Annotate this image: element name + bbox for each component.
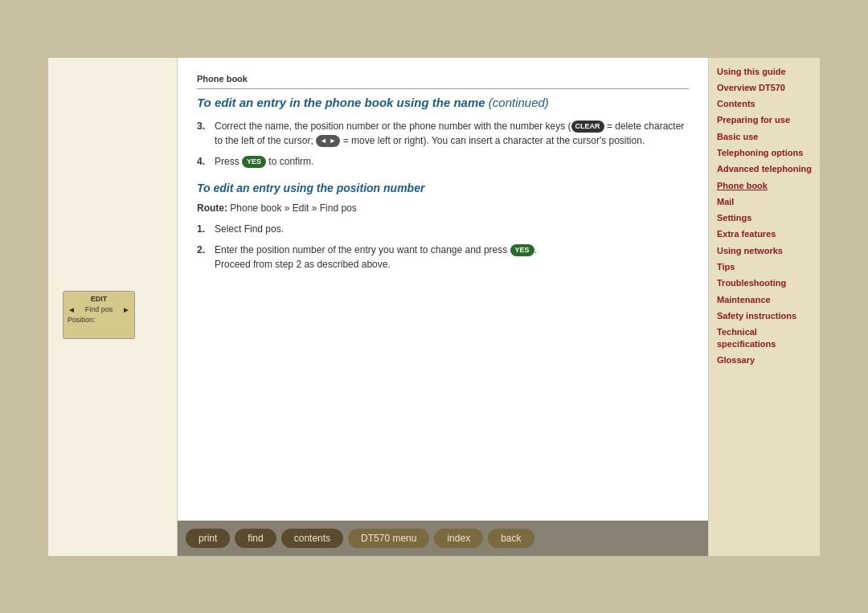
nav-tips[interactable]: Tips — [717, 261, 812, 272]
nav-extra-features[interactable]: Extra features — [717, 228, 812, 239]
index-button[interactable]: index — [434, 529, 483, 548]
main-content-inner: Phone book To edit an entry in the phone… — [197, 74, 689, 505]
device-mockup: EDIT ◄ Find pos ► Position: — [63, 291, 135, 339]
step3-num: 3. — [197, 119, 208, 148]
device-find-pos: Find pos — [85, 305, 113, 313]
nav-advanced-telephoning[interactable]: Advanced telephoning — [717, 163, 812, 174]
nav-technical-specifications[interactable]: Technical specifications — [717, 326, 812, 349]
nav-mail[interactable]: Mail — [717, 196, 812, 207]
outer-wrapper: EDIT ◄ Find pos ► Position: Phone book T… — [0, 0, 868, 613]
step3: 3. Correct the name, the position number… — [197, 119, 689, 148]
device-row: ◄ Find pos ► — [68, 305, 130, 314]
yes-key-2: YES — [510, 244, 534, 257]
nav-basic-use[interactable]: Basic use — [717, 131, 812, 142]
proceed-text: Proceed from step 2 as described above. — [215, 259, 391, 270]
clear-key: CLEAR — [571, 121, 604, 133]
route-line: Route: Phone book » Edit » Find pos — [197, 202, 689, 214]
find-button[interactable]: find — [235, 529, 276, 548]
right-sidebar: Using this guide Overview DT570 Contents… — [709, 58, 820, 556]
continued-label: (continued) — [489, 96, 549, 109]
breadcrumb: Phone book — [197, 74, 689, 84]
device-arrow-left: ◄ — [68, 305, 76, 314]
back-button[interactable]: back — [488, 529, 534, 548]
bottom-toolbar: print find contents DT570 menu index bac… — [178, 521, 709, 556]
route-label: Route: — [197, 202, 227, 214]
nav-using-networks[interactable]: Using networks — [717, 245, 812, 256]
step3-text: Correct the name, the position number or… — [215, 119, 689, 148]
toolbar-buttons: print find contents DT570 menu index bac… — [186, 529, 534, 548]
section2-step1: 1. Select Find pos. — [197, 222, 689, 236]
device-arrow-right: ► — [122, 305, 130, 314]
device-title: EDIT — [68, 295, 130, 303]
s2-step2-text: Enter the position number of the entry y… — [215, 243, 537, 272]
nav-phone-book[interactable]: Phone book — [717, 180, 812, 191]
page-container: EDIT ◄ Find pos ► Position: Phone book T… — [48, 58, 820, 556]
section2-title: To edit an entry using the position numb… — [197, 182, 689, 194]
nav-preparing-for-use[interactable]: Preparing for use — [717, 114, 812, 125]
nav-telephoning-options[interactable]: Telephoning options — [717, 147, 812, 158]
nav-using-this-guide[interactable]: Using this guide — [717, 66, 812, 77]
nav-maintenance[interactable]: Maintenance — [717, 294, 812, 305]
step4: 4. Press YES to confirm. — [197, 154, 689, 169]
main-content: Phone book To edit an entry in the phone… — [177, 58, 709, 556]
left-sidebar: EDIT ◄ Find pos ► Position: — [48, 58, 177, 556]
nav-overview-dt570[interactable]: Overview DT570 — [717, 82, 812, 93]
step4-num: 4. — [197, 154, 208, 169]
s2-step1-num: 1. — [197, 222, 208, 236]
print-button[interactable]: print — [186, 529, 230, 548]
device-position-label: Position: — [68, 316, 130, 324]
route-text: Phone book » Edit » Find pos — [230, 202, 356, 214]
nav-troubleshooting[interactable]: Troubleshooting — [717, 277, 812, 288]
nav-settings[interactable]: Settings — [717, 212, 812, 223]
section1-title: To edit an entry in the phone book using… — [197, 96, 689, 109]
step4-text: Press YES to confirm. — [215, 154, 313, 169]
arrow-key: ◄ ► — [316, 135, 340, 148]
yes-key-1: YES — [242, 156, 266, 169]
dt570-menu-button[interactable]: DT570 menu — [348, 529, 429, 548]
contents-button[interactable]: contents — [281, 529, 343, 548]
nav-glossary[interactable]: Glossary — [717, 354, 812, 366]
nav-contents[interactable]: Contents — [717, 98, 812, 109]
section2-step2: 2. Enter the position number of the entr… — [197, 243, 689, 272]
s2-step2-num: 2. — [197, 243, 208, 272]
s2-step1-text: Select Find pos. — [215, 222, 284, 236]
nav-safety-instructions[interactable]: Safety instructions — [717, 310, 812, 321]
